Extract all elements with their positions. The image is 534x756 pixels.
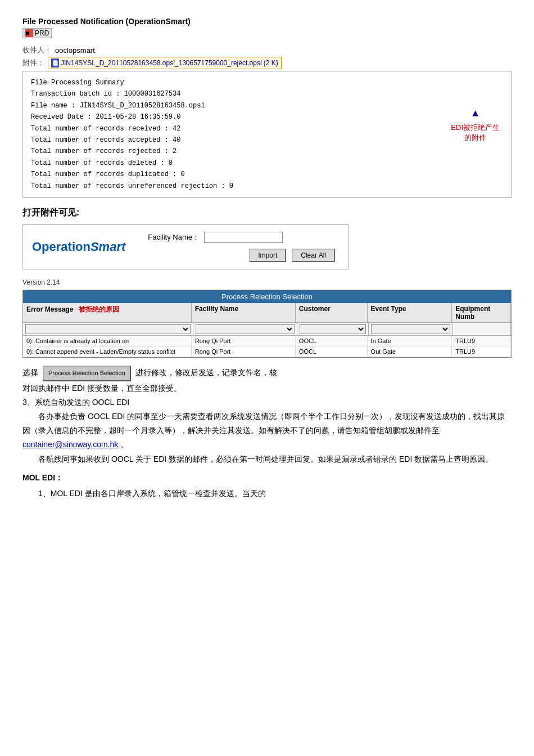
col-error-message: Error Message 被拒绝的原因 <box>23 303 192 322</box>
annotation-text: EDI被拒绝产生的附件 <box>451 123 500 143</box>
process-rejection-table: Process Reiection Selection Error Messag… <box>22 290 512 358</box>
paragraph1: 各办事处负责 OOCL EDI 的同事至少一天需要查看两次系统发送情况（即两个半… <box>22 410 512 452</box>
select-label: 选择 <box>22 368 38 377</box>
attachment-row: 附件： 📄 JIN14SYSL_D_20110528163458.opsi_13… <box>22 57 512 69</box>
recipient-label: 收件人： <box>22 45 52 55</box>
col-customer: Customer <box>296 303 368 322</box>
filter-facility-select[interactable] <box>196 324 295 334</box>
email-title: File Processed Notification (OperationSm… <box>22 17 512 26</box>
recipient-row: 收件人： ooclopsmart <box>22 45 512 55</box>
clear-all-button[interactable]: Clear All <box>292 249 335 262</box>
attachment-link[interactable]: 📄 JIN14SYSL_D_20110528163458.opsi_130657… <box>48 57 282 69</box>
data-customer-0: OOCL <box>296 336 368 346</box>
email-link[interactable]: container@sinoway.com.hk <box>22 440 118 449</box>
records-received: Total number of records received : 42 <box>31 123 503 134</box>
attachment-filename: JIN14SYSL_D_20110528163458.opsi_13065717… <box>61 59 262 67</box>
filter-error-select[interactable] <box>25 324 191 334</box>
data-equip-0: TRLU9 <box>452 336 511 346</box>
prd-icon: ■ <box>25 29 33 37</box>
operation-smart-box: OperationSmart Facility Name： Import Cle… <box>22 224 349 269</box>
batch-id: Transaction batch id : 10000031627534 <box>31 88 503 100</box>
filter-event-select[interactable] <box>371 324 450 334</box>
filter-facility <box>193 323 297 335</box>
col-error-reason: 被拒绝的原因 <box>79 305 119 313</box>
data-event-1: Out Gate <box>368 346 452 357</box>
table-header: Process Reiection Selection <box>23 290 511 303</box>
records-duplicated: Total number of records duplicated : 0 <box>31 169 503 180</box>
paragraph2: 各航线同事如果收到 OOCL 关于 EDI 数据的邮件，必须在第一时间处理并回复… <box>22 452 512 466</box>
process-rejection-button[interactable]: Process Reiection Selection <box>43 366 131 381</box>
instruction-text-2: 对回执邮件中 EDI 接受数量，直至全部接受。 <box>22 381 512 395</box>
item3-title: 3、系统自动发送的 OOCL EDI <box>22 395 512 410</box>
data-error-0: 0): Container is already at location on <box>23 336 192 346</box>
import-button[interactable]: Import <box>249 249 286 262</box>
prd-label: PRD <box>35 29 49 37</box>
recipient-value: ooclopsmart <box>55 46 95 55</box>
filter-error <box>23 323 193 335</box>
os-logo: OperationSmart <box>32 240 125 254</box>
email-header: File Processed Notification (OperationSm… <box>22 17 512 38</box>
attachment-label: 附件： <box>22 58 44 68</box>
table-columns: Error Message 被拒绝的原因 Facility Name Custo… <box>23 303 511 323</box>
records-accepted: Total number of records accepted : 40 <box>31 134 503 146</box>
table-row: 0): Cannot append event - Laden/Empty st… <box>23 346 511 357</box>
instruction-text-1: 进行修改，修改后发送，记录文件名，核 <box>135 368 277 377</box>
filter-row <box>23 323 511 336</box>
facility-label: Facility Name： <box>148 232 200 242</box>
data-equip-1: TRLU9 <box>452 346 511 357</box>
paragraph1-end: 。 <box>120 440 128 449</box>
prd-badge: ■ PRD <box>22 28 52 38</box>
email-body: File Processing Summary Transaction batc… <box>22 71 512 198</box>
facility-section: Facility Name： Import Clear All <box>148 232 335 262</box>
mol-title: MOL EDI： <box>22 473 512 483</box>
col-event-type: Event Type <box>368 303 452 322</box>
filter-customer <box>297 323 369 335</box>
table-row: 0): Container is already at location on … <box>23 336 511 346</box>
annotation-arrow: ▲ <box>451 105 500 123</box>
filter-equip <box>453 323 511 335</box>
attachment-size: (2 K) <box>264 59 278 67</box>
attachment-file-icon: 📄 <box>51 58 59 68</box>
records-deleted: Total number of records deleted : 0 <box>31 158 503 169</box>
received-date: Received Date : 2011-05-28 16:35:59.0 <box>31 111 503 123</box>
summary-title: File Processing Summary <box>31 77 503 88</box>
file-name: File name : JIN14SYSL_D_20110528163458.o… <box>31 100 503 111</box>
records-rejected: Total number of records rejected : 2 <box>31 146 503 157</box>
col-facility: Facility Name <box>192 303 296 322</box>
paragraph1-text: 各办事处负责 OOCL EDI 的同事至少一天需要查看两次系统发送情况（即两个半… <box>22 412 505 435</box>
data-facility-1: Rong Qi Port <box>192 346 296 357</box>
mol-paragraph1: 1、MOL EDI 是由各口岸录入系统，箱管统一检查并发送。当天的 <box>22 487 512 501</box>
version-text: Version 2.14 <box>22 278 512 286</box>
facility-name-input[interactable] <box>204 232 283 243</box>
annotation-block: ▲ EDI被拒绝产生的附件 <box>451 105 500 143</box>
os-logo-text: OperationSmart <box>32 240 125 254</box>
process-instruction: 选择 Process Reiection Selection 进行修改，修改后发… <box>22 366 512 381</box>
data-facility-0: Rong Qi Port <box>192 336 296 346</box>
facility-row: Facility Name： <box>148 232 335 243</box>
mol-section: MOL EDI： 1、MOL EDI 是由各口岸录入系统，箱管统一检查并发送。当… <box>22 473 512 501</box>
data-event-0: In Gate <box>368 336 452 346</box>
filter-event <box>369 323 453 335</box>
data-customer-1: OOCL <box>296 346 368 357</box>
records-unreferenced: Total number of records unreferenced rej… <box>31 181 503 192</box>
filter-customer-select[interactable] <box>300 324 366 334</box>
os-buttons: Import Clear All <box>249 249 335 262</box>
col-equip-numb: Equipment Numb <box>452 303 511 322</box>
process-section: 选择 Process Reiection Selection 进行修改，修改后发… <box>22 366 512 466</box>
data-error-1: 0): Cannot append event - Laden/Empty st… <box>23 346 192 357</box>
section-label: 打开附件可见: <box>22 207 512 219</box>
